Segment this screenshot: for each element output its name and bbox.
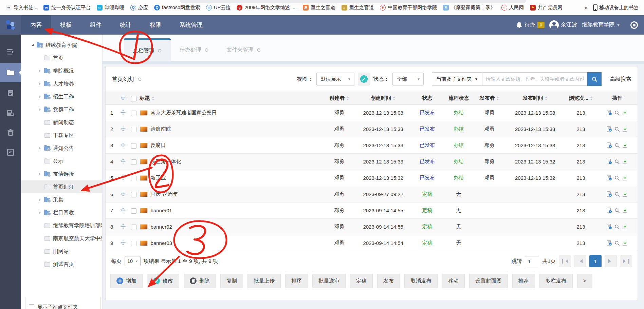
action-button-排序[interactable]: 排序 — [285, 274, 308, 288]
download-icon[interactable] — [622, 224, 628, 230]
rail-folder-icon[interactable] — [0, 63, 21, 82]
row-move-handle[interactable] — [118, 121, 128, 137]
rail-trash-icon[interactable] — [0, 124, 21, 141]
tab-文件夹管理[interactable]: 文件夹管理 — [218, 38, 270, 61]
more-actions-button[interactable]: > — [577, 274, 592, 288]
view-detail-search-icon[interactable] — [614, 143, 620, 148]
tree-item-旧网站[interactable]: 旧网站 — [21, 245, 102, 258]
refresh-icon[interactable] — [257, 48, 261, 52]
tree-caret-icon[interactable] — [39, 145, 42, 151]
row-move-handle[interactable] — [118, 235, 128, 251]
col-header-创建时间[interactable]: 创建时间 — [355, 92, 411, 105]
tree-item-招生工作[interactable]: 招生工作 — [21, 90, 102, 103]
row-title-cell[interactable]: 长三角一体化 — [140, 154, 323, 170]
tree-caret-icon[interactable] — [31, 42, 35, 48]
refresh-icon[interactable] — [137, 77, 142, 81]
rail-document-icon[interactable] — [0, 85, 21, 102]
download-icon[interactable] — [622, 192, 628, 197]
col-header-创建者[interactable]: 创建者 — [323, 92, 356, 105]
col-header-发布时间[interactable]: 发布时间 — [505, 92, 565, 105]
tree-caret-icon[interactable] — [39, 171, 42, 177]
bookmarks-overflow-chevron[interactable]: » — [580, 4, 592, 11]
download-icon[interactable] — [622, 175, 628, 181]
tree-item-栏目回收[interactable]: 栏目回收 — [21, 206, 102, 219]
tab-待办处理[interactable]: 待办处理 — [171, 38, 218, 61]
preview-document-icon[interactable] — [606, 208, 612, 213]
tree-item-采集[interactable]: 采集 — [21, 193, 102, 206]
document-title[interactable]: 清廉南航 — [151, 126, 171, 132]
view-detail-search-icon[interactable] — [614, 110, 620, 116]
app-logo[interactable] — [0, 15, 21, 35]
nav-item-内容[interactable]: 内容 — [21, 15, 51, 35]
preview-eye-icon[interactable] — [630, 21, 638, 29]
row-checkbox[interactable] — [128, 105, 140, 121]
tree-item-友情链接[interactable]: 友情链接 — [21, 168, 102, 180]
col-header-标题[interactable]: 标题 — [140, 92, 323, 105]
next-page-button[interactable] — [605, 255, 617, 267]
rail-menu-icon[interactable] — [0, 43, 21, 60]
bookmark-item[interactable]: ▭哔哩哔哩 — [94, 3, 127, 12]
download-icon[interactable] — [622, 110, 628, 116]
bookmark-item[interactable]: ⌂重生之官道 — [339, 3, 376, 12]
nav-item-权限[interactable]: 权限 — [141, 15, 170, 35]
edit-view-button[interactable] — [358, 73, 370, 85]
prev-page-button[interactable] — [574, 255, 586, 267]
refresh-icon[interactable] — [158, 49, 162, 53]
row-checkbox[interactable] — [128, 186, 140, 202]
preview-document-icon[interactable] — [606, 159, 612, 165]
document-title[interactable]: 长三角一体化 — [151, 158, 181, 165]
mobile-bookmarks-folder[interactable]: 移动设备上的书签 — [593, 4, 641, 11]
tree-item-新闻动态[interactable]: 新闻动态 — [21, 116, 102, 129]
row-title-cell[interactable]: 南京大屠杀死难者国家公祭日 — [140, 105, 323, 121]
action-button-复制[interactable]: 复制 — [220, 274, 243, 288]
tree-item-继续教育学院[interactable]: 继续教育学院 — [21, 39, 102, 52]
preview-document-icon[interactable] — [606, 142, 612, 148]
tree-item-测试首页[interactable]: 测试首页 — [21, 258, 102, 271]
bookmark-item[interactable]: g2009年网络文学综述_... — [234, 3, 299, 12]
first-page-button[interactable] — [559, 255, 571, 267]
view-select[interactable]: 默认展示▼ — [316, 73, 354, 85]
bookmark-item[interactable]: ◐人民网 — [499, 3, 527, 12]
tree-item-下载专区[interactable]: 下载专区 — [21, 129, 102, 142]
tree-caret-icon[interactable] — [39, 107, 42, 113]
row-move-handle[interactable] — [118, 186, 128, 202]
tree-caret-icon[interactable] — [39, 197, 42, 203]
download-icon[interactable] — [622, 208, 628, 213]
row-move-handle[interactable] — [118, 137, 128, 154]
row-title-cell[interactable]: 反腐日 — [140, 137, 323, 154]
tree-item-首页[interactable]: 首页 — [21, 52, 102, 64]
nav-item-系统管理[interactable]: 系统管理 — [170, 15, 212, 35]
tab-文档管理[interactable]: 文档管理 — [124, 38, 171, 61]
view-detail-search-icon[interactable] — [614, 159, 620, 165]
col-header-浏览次...[interactable]: 浏览次... — [565, 92, 597, 105]
action-button-发布[interactable]: 发布 — [377, 274, 400, 288]
search-button[interactable] — [587, 72, 602, 86]
document-title[interactable]: banner03 — [151, 240, 172, 246]
download-icon[interactable] — [622, 240, 628, 246]
row-move-handle[interactable] — [118, 219, 128, 235]
row-title-cell[interactable]: 清廉南航 — [140, 121, 323, 137]
row-checkbox[interactable] — [128, 137, 140, 154]
preview-document-icon[interactable] — [606, 175, 612, 181]
tree-item-继续教育学院培训部网站[interactable]: 继续教育学院培训部网站 — [21, 219, 102, 232]
show-subsite-checkbox[interactable] — [29, 304, 34, 309]
download-icon[interactable] — [622, 159, 628, 165]
per-page-select[interactable]: 10∨ — [125, 256, 141, 266]
action-button-定稿[interactable]: 定稿 — [350, 274, 373, 288]
action-button-批量上传[interactable]: 批量上传 — [247, 274, 281, 288]
row-checkbox[interactable] — [128, 219, 140, 235]
search-scope-select[interactable]: 当前及子文件夹▼ — [432, 72, 482, 86]
preview-document-icon[interactable] — [606, 224, 612, 230]
tree-item-通知公告[interactable]: 通知公告 — [21, 142, 102, 155]
bookmark-item[interactable]: 星重生之官道 — [300, 3, 338, 12]
refresh-icon[interactable] — [204, 48, 209, 52]
document-title[interactable]: 新工业 — [151, 175, 166, 181]
download-icon[interactable] — [622, 143, 628, 148]
bookmark-item[interactable]: w统一身份认证平台 — [41, 3, 93, 12]
col-header-发布者[interactable]: 发布者 — [474, 92, 505, 105]
nav-item-模板[interactable]: 模板 — [51, 15, 81, 35]
tree-caret-icon[interactable] — [39, 210, 42, 216]
rail-document-search-icon[interactable] — [0, 104, 21, 121]
select-all-checkbox[interactable] — [128, 92, 140, 105]
bookmark-item[interactable]: ◎UP云搜 — [204, 3, 233, 12]
